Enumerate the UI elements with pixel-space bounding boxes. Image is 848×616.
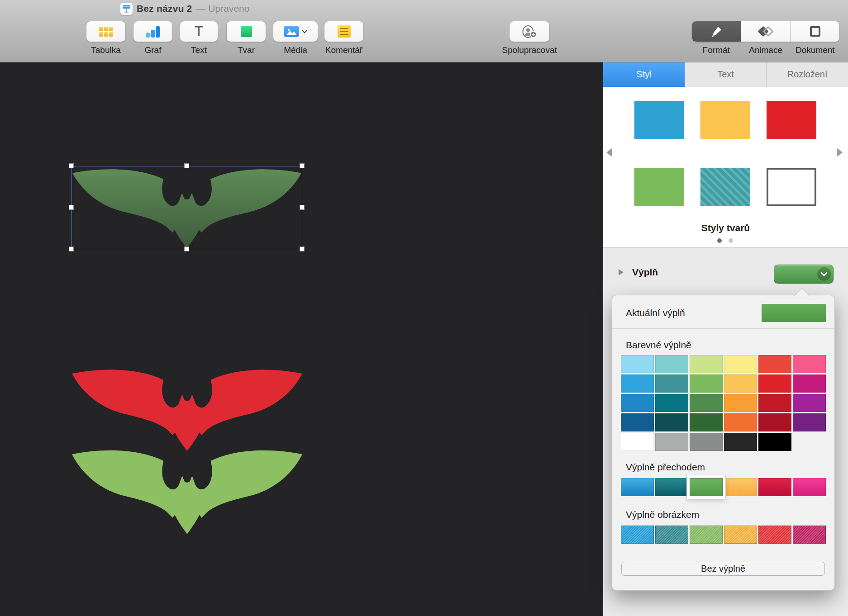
color-fill-swatch[interactable] [758, 355, 791, 373]
color-fill-swatch[interactable] [758, 394, 791, 412]
gradient-fill-swatch[interactable] [793, 478, 826, 496]
shape-styles-title: Styly tvarů [603, 223, 848, 233]
fill-color-dropdown[interactable] [774, 265, 834, 284]
color-fill-swatch[interactable] [621, 355, 654, 373]
table-icon [98, 26, 114, 38]
gradient-fill-row [621, 478, 826, 496]
collaborate-button[interactable] [509, 21, 550, 42]
selection-handle[interactable] [300, 163, 305, 168]
shape-style-swatch[interactable] [767, 168, 816, 206]
color-fill-swatch[interactable] [655, 413, 688, 431]
selection-handle[interactable] [300, 246, 305, 251]
color-fill-swatch[interactable] [690, 355, 723, 373]
fill-dropdown-chevron-button[interactable] [817, 267, 831, 281]
fill-disclosure-triangle-icon[interactable] [619, 269, 624, 275]
color-fill-swatch[interactable] [690, 374, 723, 393]
color-fill-swatch[interactable] [690, 394, 723, 412]
current-fill-color[interactable] [762, 304, 826, 322]
image-fill-swatch[interactable] [621, 526, 654, 544]
styles-prev-arrow-icon[interactable] [606, 148, 612, 157]
inspector-tabs: Styl Text Rozložení [603, 62, 848, 87]
image-fill-swatch[interactable] [724, 526, 757, 544]
shape-style-swatch[interactable] [634, 101, 684, 139]
color-fill-swatch[interactable] [793, 413, 826, 431]
color-fill-swatch[interactable] [655, 394, 688, 412]
red-bat-shape[interactable] [71, 366, 303, 452]
current-fill-label: Aktuální výplň [626, 308, 685, 318]
styles-page-dots [717, 238, 733, 243]
collaborate-icon [521, 25, 538, 38]
color-fill-swatch[interactable] [793, 394, 826, 412]
tab-rozlozeni[interactable]: Rozložení [767, 62, 848, 87]
image-fill-swatch[interactable] [793, 526, 826, 544]
gradient-fill-swatch[interactable] [690, 478, 723, 496]
chevron-down-icon [820, 272, 828, 276]
color-fill-swatch[interactable] [621, 394, 654, 412]
styles-next-arrow-icon[interactable] [837, 148, 843, 157]
shape-button[interactable] [226, 21, 266, 42]
color-fill-swatch[interactable] [758, 374, 791, 393]
keynote-document-icon [120, 3, 133, 15]
selection-rectangle [71, 166, 302, 249]
shape-style-swatch[interactable] [767, 101, 816, 139]
fill-section-label: Výplň [632, 267, 658, 278]
color-fill-swatch[interactable] [758, 433, 791, 451]
shape-style-swatch[interactable] [634, 168, 684, 206]
selection-handle[interactable] [184, 163, 189, 168]
media-button[interactable] [273, 21, 318, 42]
tab-text[interactable]: Text [685, 62, 767, 87]
comment-icon [338, 25, 351, 38]
color-fill-swatch[interactable] [724, 433, 757, 451]
image-fill-swatch[interactable] [690, 526, 723, 544]
color-fill-swatch[interactable] [621, 413, 654, 431]
color-fill-swatch[interactable] [690, 433, 723, 451]
color-fill-swatch[interactable] [793, 355, 826, 373]
image-fill-swatch[interactable] [758, 526, 791, 544]
text-button[interactable]: T [180, 21, 218, 42]
selection-handle[interactable] [69, 163, 74, 168]
gradient-fill-swatch[interactable] [724, 478, 757, 496]
color-fill-swatch[interactable] [793, 374, 826, 393]
animate-segment[interactable] [741, 21, 791, 42]
chart-button[interactable] [133, 21, 173, 42]
color-fill-swatch[interactable] [758, 413, 791, 431]
gradient-fill-swatch[interactable] [655, 478, 688, 496]
table-button[interactable] [86, 21, 126, 42]
view-switcher: Formát Animace Dokument [691, 21, 840, 55]
image-fill-swatch[interactable] [655, 526, 688, 544]
color-fill-swatch[interactable] [724, 355, 757, 373]
tab-styl[interactable]: Styl [603, 62, 685, 87]
chevron-down-icon [302, 30, 307, 33]
gradient-fill-swatch[interactable] [621, 478, 654, 496]
color-fill-swatch[interactable] [724, 413, 757, 431]
no-fill-button[interactable]: Bez výplně [621, 562, 825, 576]
color-fill-swatch[interactable] [655, 433, 688, 451]
green-bat-shape[interactable] [71, 447, 303, 535]
page-dot-active[interactable] [717, 238, 722, 243]
gradient-fill-swatch[interactable] [758, 478, 791, 496]
popover-divider [612, 328, 834, 329]
color-fill-swatch[interactable] [724, 374, 757, 393]
chart-icon [145, 26, 161, 38]
color-fill-swatch[interactable] [621, 374, 654, 393]
color-fills-header: Barevné výplně [626, 340, 691, 351]
color-fill-swatch[interactable] [690, 413, 723, 431]
page-dot[interactable] [729, 238, 733, 243]
color-fill-swatch[interactable] [621, 433, 654, 451]
color-fill-swatch[interactable] [724, 394, 757, 412]
color-fill-swatch[interactable] [655, 374, 688, 393]
document-segment[interactable] [791, 21, 839, 42]
shape-style-row-2 [634, 168, 816, 206]
format-segment[interactable] [692, 21, 741, 42]
image-fills-header: Výplně obrázkem [626, 509, 699, 520]
selection-handle[interactable] [69, 246, 74, 251]
selection-handle[interactable] [69, 205, 74, 210]
selection-handle[interactable] [300, 205, 305, 210]
shape-style-swatch[interactable] [700, 101, 750, 139]
comment-button[interactable] [324, 21, 364, 42]
selection-handle[interactable] [184, 246, 189, 251]
shape-style-swatch[interactable] [700, 168, 750, 206]
shape-style-row-1 [634, 101, 816, 139]
color-fill-swatch[interactable] [655, 355, 688, 373]
paintbrush-icon [710, 26, 722, 38]
